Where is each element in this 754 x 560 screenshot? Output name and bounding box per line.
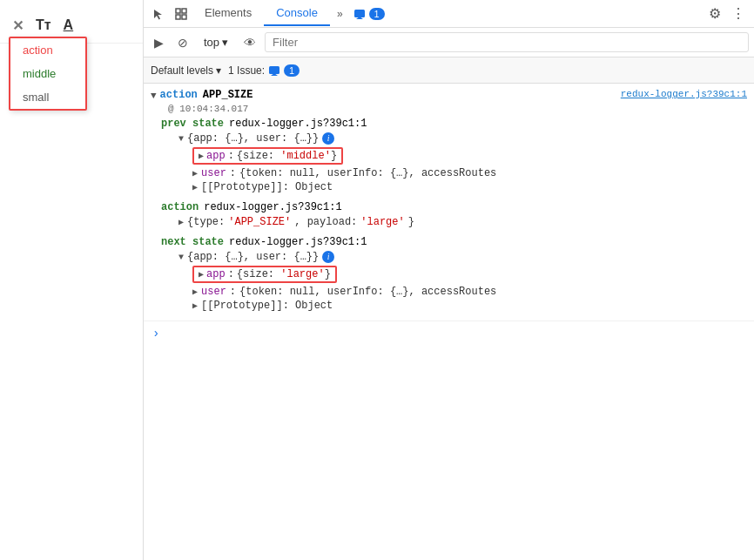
tab-elements[interactable]: Elements	[192, 1, 264, 26]
issue-label: 1 Issue:	[228, 64, 265, 77]
block-icon[interactable]: ⊘	[172, 33, 193, 52]
issue-badge: 1 Issue: 1	[228, 64, 300, 77]
dropdown-item-large[interactable]: action	[10, 38, 85, 62]
tab-bar: Elements Console » 1 ⚙ ⋮	[144, 0, 754, 28]
issue-icon	[268, 64, 280, 77]
devtools-panel: Elements Console » 1 ⚙ ⋮ ▶ ⊘ top ▾ 👁 Def…	[144, 0, 754, 560]
file-link-2[interactable]: redux-logger.js?39c1:1	[229, 118, 367, 130]
action-obj-row: ▶ {type: 'APP_SIZE' , payload: 'large' }	[178, 215, 737, 229]
user-next-row: ▶ user : {token: null, userInfo: {…}, ac…	[178, 285, 737, 299]
obj-summary-text: {app: {…}, user: {…}}	[187, 132, 319, 145]
svg-rect-2	[176, 15, 180, 19]
action-section-header: action redux-logger.js?39c1:1	[161, 201, 737, 213]
console-prompt[interactable]: ›	[144, 321, 754, 346]
prototype-next-row: ▶ [[Prototype]]: Object	[178, 299, 737, 313]
user-expand-triangle[interactable]: ▶	[192, 168, 198, 179]
action-label: action	[160, 89, 198, 101]
size-dropdown[interactable]: action middle small	[9, 37, 87, 111]
app-next-key: app	[206, 268, 226, 280]
prev-state-label: prev state	[161, 118, 224, 130]
next-state-header: next state redux-logger.js?39c1:1	[161, 236, 737, 248]
app-prev-row: ▶ app : {size: 'middle'}	[178, 147, 737, 165]
user-next-expand-triangle[interactable]: ▶	[192, 287, 198, 297]
colon-2: :	[230, 167, 236, 179]
filter-input[interactable]	[265, 32, 749, 52]
cross-icon[interactable]: ✕	[9, 16, 27, 36]
type-value: 'APP_SIZE'	[228, 216, 291, 228]
run-icon[interactable]: ▶	[149, 33, 169, 52]
action-expand-triangle[interactable]: ▶	[178, 217, 184, 227]
app-key: app	[206, 150, 226, 162]
tab-console[interactable]: Console	[264, 1, 330, 26]
prototype-prev-row: ▶ [[Prototype]]: Object	[178, 180, 737, 194]
colon-4: :	[230, 286, 236, 298]
font-icon[interactable]: A	[60, 16, 77, 36]
log-timestamp: @ 10:04:34.017	[144, 103, 754, 115]
user-prev-row: ▶ user : {token: null, userInfo: {…}, ac…	[178, 166, 737, 180]
prev-state-header: prev state redux-logger.js?39c1:1	[161, 118, 737, 130]
file-link-1[interactable]: redux-logger.js?39c1:1	[621, 89, 747, 99]
dropdown-item-middle[interactable]: middle	[10, 62, 85, 85]
file-link-4[interactable]: redux-logger.js?39c1:1	[229, 236, 367, 248]
prev-state-section: prev state redux-logger.js?39c1:1 ▼ {app…	[144, 115, 754, 199]
proto-expand-triangle[interactable]: ▶	[192, 182, 198, 192]
info-icon[interactable]: i	[322, 132, 334, 145]
action-obj-tree: ▶ {type: 'APP_SIZE' , payload: 'large' }	[161, 213, 737, 231]
levels-arrow: ▾	[216, 64, 221, 77]
next-state-section: next state redux-logger.js?39c1:1 ▼ {app…	[144, 233, 754, 317]
next-expand-triangle[interactable]: ▼	[178, 253, 184, 262]
more-options-button[interactable]: ⋮	[726, 2, 751, 25]
user-key: user	[201, 167, 226, 179]
proto-next-expand-triangle[interactable]: ▶	[192, 300, 198, 311]
sidebar: ✕ Tт A action middle small	[0, 0, 144, 560]
dropdown-item-small[interactable]: small	[10, 85, 85, 109]
app-next-value: {size: 'large'}	[237, 268, 331, 280]
cursor-icon[interactable]	[147, 4, 170, 24]
settings-button[interactable]: ⚙	[704, 2, 726, 25]
prototype-next-text: [[Prototype]]: Object	[201, 300, 333, 312]
inspect-icon[interactable]	[170, 4, 192, 24]
app-next-row: ▶ app : {size: 'large'}	[178, 266, 737, 283]
user-value: {token: null, userInfo: {…}, accessRoute…	[239, 167, 496, 179]
context-selector[interactable]: top ▾	[197, 34, 235, 51]
obj-summary-row: ▼ {app: {…}, user: {…}} i	[178, 132, 737, 145]
next-obj-summary-row: ▼ {app: {…}, user: {…}} i	[178, 250, 737, 264]
svg-rect-4	[354, 10, 365, 17]
obj-expand-triangle[interactable]: ▼	[178, 134, 184, 144]
console-toolbar: ▶ ⊘ top ▾ 👁	[144, 28, 754, 57]
app-next-expand-triangle[interactable]: ▶	[199, 269, 204, 280]
action-section-label: action	[161, 201, 199, 213]
message-icon	[353, 8, 366, 20]
user-next-key: user	[201, 286, 226, 298]
user-next-value: {token: null, userInfo: {…}, accessRoute…	[239, 286, 496, 298]
issue-count: 1	[284, 64, 300, 77]
log-group-action: ▼ action APP_SIZE redux-logger.js?39c1:1…	[144, 84, 754, 321]
colon-1: :	[228, 150, 234, 162]
svg-rect-1	[182, 9, 186, 13]
action-name: APP_SIZE	[203, 89, 253, 101]
context-label: top	[204, 36, 219, 49]
log-header: ▼ action APP_SIZE redux-logger.js?39c1:1	[144, 87, 754, 103]
collapse-triangle[interactable]: ▼	[151, 91, 157, 101]
svg-rect-5	[269, 66, 279, 74]
tab-more[interactable]: »	[330, 3, 350, 25]
prev-state-tree: ▼ {app: {…}, user: {…}} i ▶ app : {size:…	[161, 130, 737, 196]
file-link-3[interactable]: redux-logger.js?39c1:1	[204, 201, 341, 213]
levels-toolbar: Default levels ▾ 1 Issue: 1	[144, 57, 754, 84]
text-size-icon[interactable]: Tт	[32, 16, 55, 36]
app-expand-triangle[interactable]: ▶	[199, 151, 204, 161]
default-levels-button[interactable]: Default levels ▾	[151, 64, 221, 77]
prototype-text: [[Prototype]]: Object	[201, 181, 333, 193]
console-content: ▼ action APP_SIZE redux-logger.js?39c1:1…	[144, 84, 754, 560]
eye-icon[interactable]: 👁	[239, 33, 261, 52]
payload-value: 'large'	[360, 216, 404, 228]
console-badge: 1	[369, 8, 385, 20]
next-state-label: next state	[161, 236, 224, 248]
colon-3: :	[228, 268, 234, 280]
svg-rect-0	[176, 9, 180, 13]
next-info-icon[interactable]: i	[322, 251, 334, 263]
context-arrow: ▾	[222, 36, 228, 49]
svg-rect-3	[182, 15, 186, 19]
next-state-tree: ▼ {app: {…}, user: {…}} i ▶ app : {size:…	[161, 248, 737, 314]
app-prev-value: {size: 'middle'}	[237, 150, 337, 162]
